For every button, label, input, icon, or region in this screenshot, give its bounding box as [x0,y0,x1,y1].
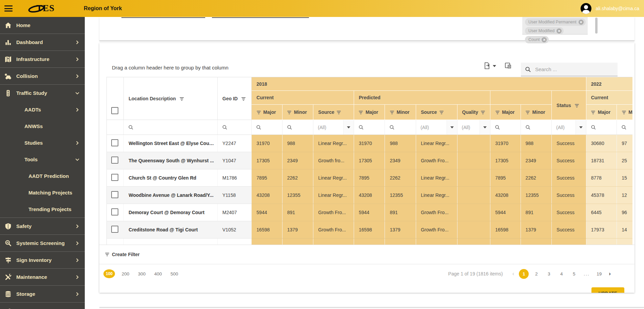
filter-cell-search[interactable] [124,120,218,135]
sidebar-item-tools[interactable]: Tools [0,151,85,168]
search-input[interactable] [534,66,610,73]
page-size-200[interactable]: 200 [120,269,131,278]
filter-icon[interactable] [622,111,626,114]
page-19[interactable]: 19 [594,269,604,279]
filter-cell-search[interactable] [217,120,252,135]
filter-icon[interactable] [495,111,500,114]
column-chooser-icon[interactable] [504,62,512,69]
filter-icon[interactable] [287,111,292,114]
dropdown-caret-icon[interactable] [447,120,457,135]
filter-icon[interactable] [256,111,261,114]
table-row[interactable]: The Queensway South @ Wynhurst ... Y1047… [107,152,633,169]
sidebar-item-safety[interactable]: Safety [0,218,85,234]
page-size-100[interactable]: 100 [103,269,115,278]
page-size-300[interactable]: 300 [136,269,148,278]
filter-icon[interactable] [337,111,341,114]
filter-cell-select[interactable]: (All) [313,120,354,135]
input-underline[interactable] [212,17,309,18]
filter-cell-search[interactable] [490,120,521,135]
dropdown-caret-icon[interactable] [480,120,490,135]
filter-cell-search[interactable] [252,120,282,135]
page-1[interactable]: 1 [519,269,529,279]
row-checkbox[interactable] [111,139,118,146]
filter-icon[interactable] [481,111,485,114]
filter-cell-search[interactable] [385,120,416,135]
sidebar-item-anwss[interactable]: ANWSs [0,118,85,135]
filter-icon[interactable] [591,111,596,114]
filter-icon[interactable] [390,111,394,114]
table-row[interactable]: Wellington Street East @ Elyse Cour... Y… [107,135,633,152]
close-icon[interactable]: ✕ [542,37,547,42]
sidebar-item-dashboard[interactable]: Dashboard [0,34,85,50]
user-avatar[interactable] [581,3,591,14]
filter-chip[interactable]: User Modified ✕ [525,27,564,35]
filter-icon[interactable] [526,111,530,114]
menu-hamburger-icon[interactable] [4,5,13,12]
filter-cell-select[interactable]: (All) [552,120,586,135]
sidebar-item-aadts[interactable]: AADTs [0,101,85,118]
sidebar-item-matching-projects[interactable]: Matching Projects [0,184,85,201]
select-all-checkbox[interactable] [111,107,118,114]
row-checkbox[interactable] [111,191,118,198]
page-5[interactable]: 5 [569,269,579,279]
row-checkbox[interactable] [111,226,118,233]
col-header-source[interactable]: Source [416,105,457,120]
filter-icon[interactable] [575,104,579,107]
col-header-minor[interactable]: Minor [521,105,552,120]
sidebar-item-traffic-study[interactable]: Traffic Study [0,84,85,101]
create-filter-button[interactable]: Create Filter [99,245,635,264]
col-header-major[interactable]: Major [354,105,385,120]
col-header-minor[interactable]: Minor [617,105,632,120]
col-header-major[interactable]: Major [586,105,617,120]
filter-cell-select[interactable]: (All) [457,120,490,135]
filter-icon[interactable] [179,97,184,101]
sidebar-item-sign-inventory[interactable]: Sign Inventory [0,251,85,268]
dropdown-caret-icon[interactable] [575,120,586,135]
sidebar-item-studies[interactable]: Studies [0,135,85,151]
sidebar-item-maintenance[interactable]: Maintenance [0,268,85,285]
dropdown-caret-icon[interactable] [343,120,354,135]
sidebar-item-collision[interactable]: Collision [0,67,85,84]
scrollbar[interactable] [595,18,598,34]
sidebar-item-home[interactable]: Home [0,17,85,34]
export-dropdown-caret[interactable] [493,65,496,67]
table-row[interactable]: Woodbine Avenue @ Lanark Road/Y... Y1158… [107,187,633,204]
sidebar-item-systemic-screening[interactable]: Systemic Screening [0,234,85,251]
table-row[interactable]: Demoray Court @ Demoray Court M2407 5944… [107,204,633,221]
row-checkbox[interactable] [111,174,118,181]
col-header-source[interactable]: Source [313,105,354,120]
table-row[interactable]: Creditstone Road @ Tigi Court V1052 1659… [107,221,633,239]
filter-chip[interactable]: User Modified Permanent ✕ [525,18,586,26]
col-header-minor[interactable]: Minor [385,105,416,120]
col-header-minor[interactable]: Minor [282,105,313,120]
filter-cell-search[interactable] [521,120,552,135]
row-checkbox[interactable] [111,208,118,215]
export-icon[interactable] [483,62,491,69]
filter-chip[interactable]: Count ✕ [525,36,549,43]
filter-cell-select[interactable]: (All) [416,120,457,135]
next-page-icon[interactable]: › [607,270,613,277]
page-2[interactable]: 2 [531,269,541,279]
table-row-partial[interactable] [107,239,633,245]
close-icon[interactable]: ✕ [579,20,584,25]
prev-page-icon[interactable]: ‹ [510,270,516,277]
filter-cell-search[interactable] [354,120,385,135]
filter-cell-search[interactable] [282,120,313,135]
filter-cell-search[interactable] [617,120,632,135]
sidebar-item-storage[interactable]: Storage [0,285,85,302]
col-header-location[interactable]: Location Description [124,77,218,120]
col-header-geo-id[interactable]: Geo ID [217,77,252,120]
input-underline[interactable] [121,17,205,18]
filter-icon[interactable] [439,111,444,114]
sidebar-item-users[interactable]: Users [0,302,85,309]
page-4[interactable]: 4 [557,269,566,279]
page-size-500[interactable]: 500 [169,269,180,278]
sidebar-item-infrastructure[interactable]: Infrastructure [0,50,85,67]
close-icon[interactable]: ✕ [557,28,562,34]
col-header-status[interactable]: Status [552,91,586,120]
sidebar-item-trending-projects[interactable]: Trending Projects [0,201,85,218]
filter-cell-search[interactable] [586,120,617,135]
filter-icon[interactable] [359,111,363,114]
page-3[interactable]: 3 [544,269,554,279]
page-size-400[interactable]: 400 [152,269,164,278]
